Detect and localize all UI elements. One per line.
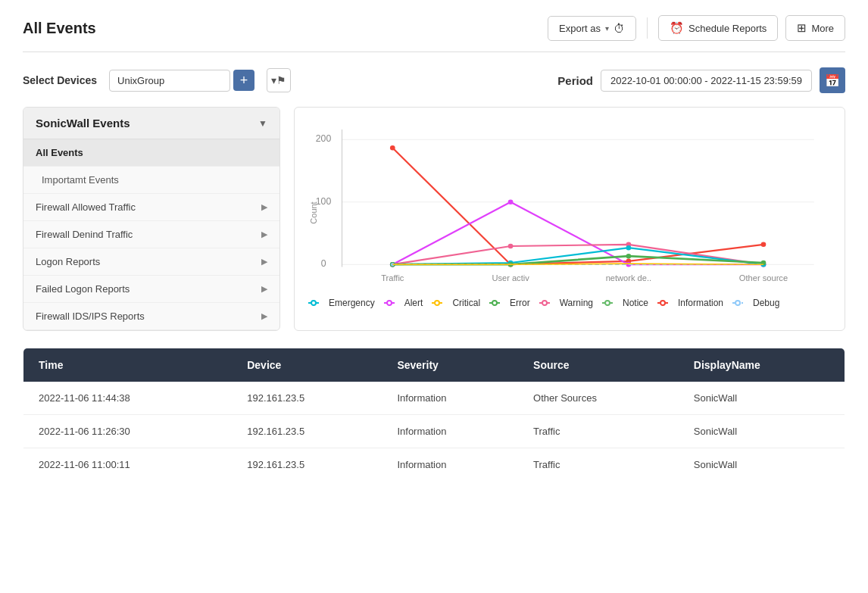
svg-point-44 bbox=[605, 301, 610, 305]
legend-label: Debug bbox=[753, 298, 779, 308]
cell-time: 2022-11-06 11:26:30 bbox=[23, 415, 233, 448]
legend-error: Error bbox=[489, 298, 530, 308]
filter-button[interactable]: ▾⚑ bbox=[267, 68, 291, 92]
filter-icon: ▾⚑ bbox=[271, 74, 286, 86]
svg-point-17 bbox=[508, 199, 514, 204]
legend-warning: Warning bbox=[539, 298, 593, 308]
svg-point-38 bbox=[435, 301, 439, 305]
chevron-right-icon: ▶ bbox=[261, 311, 267, 321]
table-row: 2022-11-06 11:44:38 192.161.23.5 Informa… bbox=[23, 382, 845, 415]
svg-text:Other source: Other source bbox=[739, 273, 788, 282]
cell-severity: Information bbox=[382, 382, 518, 415]
chart-area: 200 100 0 Traffic User activ network de.… bbox=[294, 107, 845, 331]
chevron-right-icon: ▶ bbox=[261, 202, 267, 212]
sidebar-item-failed-logon[interactable]: Failed Logon Reports ▶ bbox=[23, 276, 279, 303]
sidebar-item-logon-reports[interactable]: Logon Reports ▶ bbox=[23, 248, 279, 276]
sidebar-item-label: Firewall Allowed Traffic bbox=[36, 201, 136, 213]
chart-legend: Emergency Alert Critical Error Warning bbox=[308, 298, 831, 308]
svg-text:network de..: network de.. bbox=[606, 273, 652, 282]
legend-label: Error bbox=[510, 298, 530, 308]
legend-label: Emergency bbox=[329, 298, 375, 308]
svg-text:0: 0 bbox=[321, 259, 326, 270]
calendar-icon: 📅 bbox=[825, 73, 840, 88]
svg-text:200: 200 bbox=[316, 134, 332, 145]
content: SonicWall Events ▼ All Events Importamt … bbox=[23, 107, 845, 331]
add-device-button[interactable]: + bbox=[233, 70, 254, 91]
svg-point-21 bbox=[508, 244, 514, 249]
svg-point-15 bbox=[761, 242, 767, 248]
cell-source: Other Sources bbox=[518, 382, 679, 415]
chevron-down-icon: ▾ bbox=[605, 24, 609, 33]
header-actions: Export as ▾ ⏱ ⏰ Schedule Reports ⊞ More bbox=[548, 15, 845, 41]
sidebar-item-label: Importamt Events bbox=[42, 174, 119, 186]
cell-device: 192.161.23.5 bbox=[232, 382, 382, 415]
page-title: All Events bbox=[23, 20, 96, 37]
data-table: Time Device Severity Source DisplayName … bbox=[23, 348, 845, 482]
cell-displayname: SonicWall bbox=[679, 415, 845, 448]
cell-time: 2022-11-06 11:44:38 bbox=[23, 382, 233, 415]
legend-label: Notice bbox=[623, 298, 648, 308]
svg-text:Traffic: Traffic bbox=[381, 273, 404, 282]
more-button[interactable]: ⊞ More bbox=[785, 15, 845, 41]
sidebar-header: SonicWall Events ▼ bbox=[23, 108, 279, 139]
svg-point-26 bbox=[626, 245, 632, 251]
sidebar-item-label: Failed Logon Reports bbox=[36, 283, 130, 295]
sidebar-item-firewall-denied[interactable]: Firewall Denind Traffic ▶ bbox=[23, 221, 279, 248]
svg-text:Count: Count bbox=[309, 201, 318, 223]
export-button[interactable]: Export as ▾ ⏱ bbox=[548, 16, 636, 41]
sidebar-title: SonicWall Events bbox=[36, 117, 130, 130]
sidebar-item-label: All Events bbox=[36, 147, 83, 158]
svg-point-40 bbox=[492, 301, 497, 305]
cell-severity: Information bbox=[382, 415, 518, 448]
device-select-wrap: + bbox=[109, 70, 254, 92]
sidebar-item-ids-ips[interactable]: Firewall IDS/IPS Reports ▶ bbox=[23, 303, 279, 330]
schedule-reports-button[interactable]: ⏰ Schedule Reports bbox=[658, 15, 778, 41]
toolbar: Select Devices + ▾⚑ Period 2022-10-01 00… bbox=[23, 67, 845, 93]
device-input[interactable] bbox=[109, 70, 230, 92]
svg-point-12 bbox=[390, 145, 395, 151]
schedule-label: Schedule Reports bbox=[688, 23, 767, 34]
legend-information: Information bbox=[657, 298, 723, 308]
svg-point-42 bbox=[542, 301, 547, 305]
table-row: 2022-11-06 11:26:30 192.161.23.5 Informa… bbox=[23, 415, 845, 448]
period-label: Period bbox=[557, 74, 593, 87]
col-severity: Severity bbox=[382, 348, 518, 382]
calendar-button[interactable]: 📅 bbox=[820, 67, 845, 93]
sidebar-item-firewall-allowed[interactable]: Firewall Allowed Traffic ▶ bbox=[23, 194, 279, 221]
col-device: Device bbox=[232, 348, 382, 382]
more-label: More bbox=[811, 23, 834, 34]
sidebar-chevron-icon: ▼ bbox=[258, 118, 267, 129]
more-icon: ⊞ bbox=[797, 21, 807, 35]
svg-point-36 bbox=[387, 301, 392, 305]
cell-device: 192.161.23.5 bbox=[232, 415, 382, 448]
cell-displayname: SonicWall bbox=[679, 448, 845, 482]
sidebar-item-all-events[interactable]: All Events bbox=[23, 139, 279, 167]
alarm-icon: ⏰ bbox=[670, 21, 684, 35]
chart-svg: 200 100 0 Traffic User activ network de.… bbox=[308, 121, 831, 288]
col-source: Source bbox=[518, 348, 679, 382]
legend-debug: Debug bbox=[732, 298, 779, 308]
cell-displayname: SonicWall bbox=[679, 382, 845, 415]
divider bbox=[647, 17, 648, 39]
table-section: Time Device Severity Source DisplayName … bbox=[23, 348, 845, 482]
cell-source: Traffic bbox=[518, 415, 679, 448]
col-time: Time bbox=[23, 348, 233, 382]
svg-point-34 bbox=[311, 301, 316, 305]
legend-label: Alert bbox=[404, 298, 423, 308]
sidebar-item-important-events[interactable]: Importamt Events bbox=[23, 167, 279, 194]
export-clock-icon: ⏱ bbox=[614, 22, 625, 35]
chevron-right-icon: ▶ bbox=[261, 284, 267, 294]
sidebar-item-label: Firewall IDS/IPS Reports bbox=[36, 311, 145, 322]
legend-critical: Critical bbox=[432, 298, 480, 308]
svg-point-48 bbox=[735, 301, 740, 305]
cell-severity: Information bbox=[382, 448, 518, 482]
period-value: 2022-10-01 00:00:00 - 2022-11-15 23:59:5… bbox=[601, 70, 812, 92]
chevron-right-icon: ▶ bbox=[261, 229, 267, 239]
cell-time: 2022-11-06 11:00:11 bbox=[23, 448, 233, 482]
svg-text:User activ: User activ bbox=[492, 273, 529, 282]
sidebar-item-label: Firewall Denind Traffic bbox=[36, 229, 133, 240]
chevron-right-icon: ▶ bbox=[261, 257, 267, 267]
table-row: 2022-11-06 11:00:11 192.161.23.5 Informa… bbox=[23, 448, 845, 482]
sidebar-item-label: Logon Reports bbox=[36, 256, 100, 267]
select-devices-label: Select Devices bbox=[23, 74, 97, 86]
